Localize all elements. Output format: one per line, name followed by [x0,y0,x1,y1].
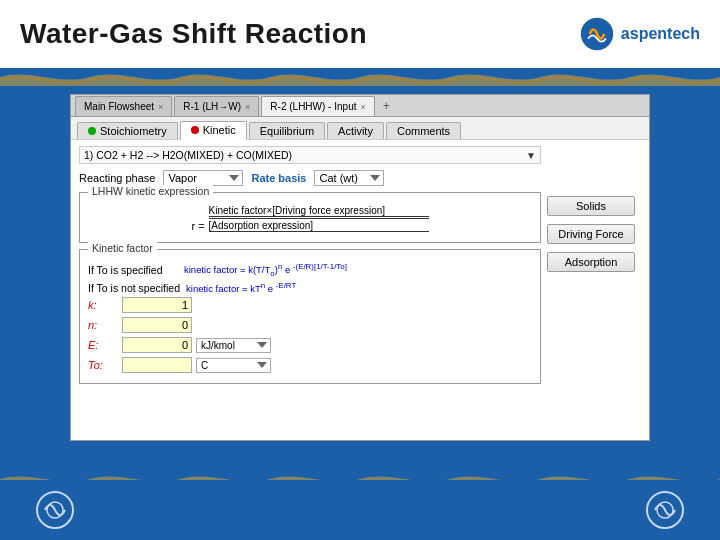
aspentech-logo-icon [579,16,615,52]
form-side-buttons: Solids Driving Force Adsorption [541,146,641,390]
reacting-phase-label: Reacting phase [79,172,155,184]
form-area: 1) CO2 + H2 --> H2O(MIXED) + CO(MIXED) ▼… [71,140,649,440]
param-to-row: To: C [88,357,532,373]
kinetic-indicator [191,126,199,134]
kf-if-specified-formula: kinetic factor = k(T/To)n e -(E/R)[1/T-1… [184,262,532,278]
tab-close-r1[interactable]: × [245,102,250,112]
top-wave-border [0,68,720,86]
tab-activity[interactable]: Activity [327,122,384,139]
rate-basis-label: Rate basis [251,172,306,184]
rate-basis-select[interactable]: Cat (wt) [314,170,384,186]
bottom-left-icon [30,490,80,530]
kinetic-factor-section: Kinetic factor If To is specified kineti… [79,249,541,384]
reaction-dropdown-arrow[interactable]: ▼ [526,150,536,161]
tab-comments[interactable]: Comments [386,122,461,139]
kinetic-numerator [209,205,429,219]
form-main: 1) CO2 + H2 --> H2O(MIXED) + CO(MIXED) ▼… [79,146,541,390]
bottom-section [0,480,720,540]
param-k-row: k: [88,297,532,313]
solids-button[interactable]: Solids [547,196,635,216]
logo: aspentech [579,16,700,52]
kf-not-specified-formula: kinetic factor = kTn e -E/RT [186,281,532,294]
reaction-text: 1) CO2 + H2 --> H2O(MIXED) + CO(MIXED) [84,149,522,161]
kinetic-section-title: LHHW kinetic expression [88,185,213,197]
r-equals: r = [191,220,204,232]
kinetic-denominator-input[interactable] [209,220,429,232]
inner-tab-bar: Stoichiometry Kinetic Equilibrium Activi… [71,117,649,140]
reaction-line: 1) CO2 + H2 --> H2O(MIXED) + CO(MIXED) ▼ [79,146,541,164]
kinetic-fraction [209,205,429,232]
adsorption-button[interactable]: Adsorption [547,252,635,272]
param-e-unit-select[interactable]: kJ/kmol [196,338,271,353]
tab-stoichiometry[interactable]: Stoichiometry [77,122,178,139]
tab-equilibrium[interactable]: Equilibrium [249,122,325,139]
param-to-label: To: [88,359,118,371]
header: Water-Gas Shift Reaction aspentech [0,0,720,68]
tab-add-button[interactable]: + [377,96,396,116]
kf-if-specified-label: If To is specified [88,264,178,276]
kf-not-specified-label: If To is not specified [88,282,180,294]
stoichiometry-indicator [88,127,96,135]
bottom-right-icon [640,490,690,530]
kinetic-numerator-input[interactable] [209,205,429,217]
param-k-label: k: [88,299,118,311]
param-e-row: E: kJ/kmol [88,337,532,353]
tab-kinetic[interactable]: Kinetic [180,121,247,140]
logo-text: aspentech [621,25,700,43]
page-title: Water-Gas Shift Reaction [20,18,367,50]
kf-if-specified-row: If To is specified kinetic factor = k(T/… [88,262,532,278]
kf-not-specified-row: If To is not specified kinetic factor = … [88,281,532,294]
tab-bar: Main Flowsheet × R-1 (LH→W) × R-2 (LHHW)… [71,95,649,117]
param-to-unit-select[interactable]: C [196,358,271,373]
param-n-input[interactable] [122,317,192,333]
tab-r1[interactable]: R-1 (LH→W) × [174,96,259,116]
aspen-window: Main Flowsheet × R-1 (LH→W) × R-2 (LHHW)… [70,94,650,441]
driving-force-button[interactable]: Driving Force [547,224,635,244]
kinetic-expression-section: LHHW kinetic expression r = [79,192,541,243]
kinetic-factor-title: Kinetic factor [88,242,157,254]
tab-r2[interactable]: R-2 (LHHW) - Input × [261,96,374,116]
param-n-label: n: [88,319,118,331]
kinetic-denominator [209,219,429,232]
kinetic-section-content: r = [80,193,540,242]
kinetic-factor-content: If To is specified kinetic factor = k(T/… [80,250,540,383]
param-n-row: n: [88,317,532,333]
tab-close-main[interactable]: × [158,102,163,112]
tab-main-flowsheet[interactable]: Main Flowsheet × [75,96,172,116]
kinetic-formula: r = [88,205,532,232]
param-e-input[interactable] [122,337,192,353]
phase-row: Reacting phase Vapor Rate basis Cat (wt) [79,170,541,186]
form-columns: 1) CO2 + H2 --> H2O(MIXED) + CO(MIXED) ▼… [79,146,641,390]
param-e-label: E: [88,339,118,351]
param-k-input[interactable] [122,297,192,313]
reacting-phase-select[interactable]: Vapor [163,170,243,186]
param-to-input[interactable] [122,357,192,373]
main-content: Main Flowsheet × R-1 (LH→W) × R-2 (LHHW)… [0,86,720,441]
tab-close-r2[interactable]: × [360,102,365,112]
